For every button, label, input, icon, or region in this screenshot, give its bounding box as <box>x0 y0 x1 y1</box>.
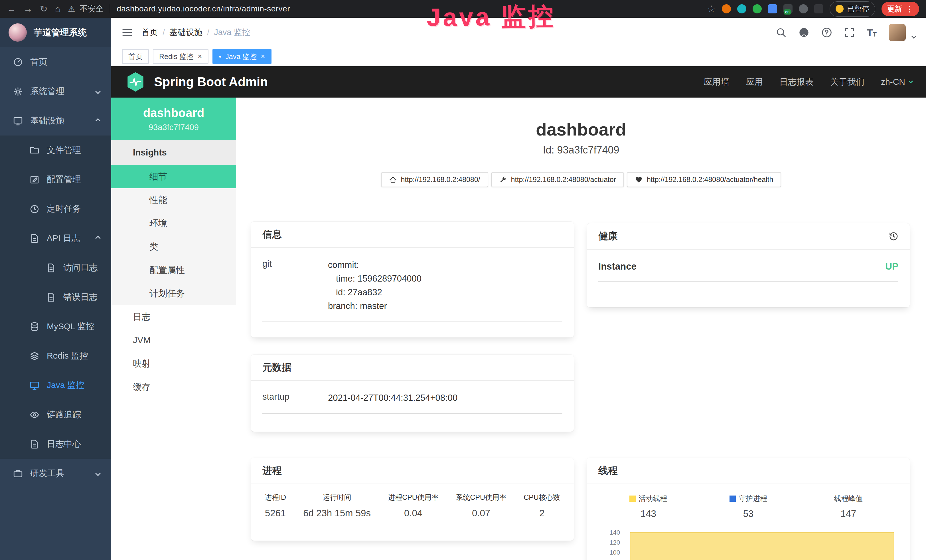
sba-item-environment[interactable]: 环境 <box>111 212 236 235</box>
close-icon[interactable]: × <box>198 52 202 61</box>
document-icon <box>30 439 39 449</box>
tab-home[interactable]: 首页 <box>122 49 149 64</box>
sidebar-item-mysql-monitor[interactable]: MySQL 监控 <box>0 312 111 341</box>
tab-java-monitor[interactable]: ● Java 监控 × <box>212 49 271 64</box>
reload-icon[interactable]: ↻ <box>40 4 48 14</box>
extension-icon[interactable] <box>799 4 808 14</box>
sba-item-config-props[interactable]: 配置属性 <box>111 259 236 282</box>
process-header: 运行时间 <box>303 493 371 502</box>
sba-nav-journal[interactable]: 日志报表 <box>779 76 814 88</box>
active-threads-area <box>630 532 894 560</box>
forward-icon[interactable]: → <box>23 4 33 14</box>
legend-value: 143 <box>598 509 698 519</box>
sba-instance-header[interactable]: dashboard 93a3fc7f7409 <box>111 98 236 140</box>
breadcrumb-home[interactable]: 首页 <box>141 27 158 38</box>
sidebar-item-error-log[interactable]: 错误日志 <box>0 282 111 312</box>
fullscreen-icon[interactable] <box>844 27 855 38</box>
extension-icon[interactable]: on <box>784 4 793 14</box>
update-button[interactable]: 更新 ⋮ <box>882 2 919 16</box>
sba-item-mappings[interactable]: 映射 <box>111 352 236 375</box>
metadata-key: startup <box>262 391 328 405</box>
legend-value: 53 <box>698 509 799 519</box>
service-url: http://192.168.0.2:48080/ <box>401 176 480 184</box>
extension-icon[interactable] <box>737 4 746 14</box>
avatar-caret-icon[interactable] <box>911 33 916 38</box>
breadcrumb-current: Java 监控 <box>214 27 250 38</box>
folder-icon <box>30 145 39 155</box>
extension-icon[interactable] <box>768 4 777 14</box>
sba-item-beans[interactable]: 类 <box>111 235 236 259</box>
card-title: 信息 <box>262 228 282 241</box>
sba-item-metrics[interactable]: 性能 <box>111 188 236 212</box>
bookmark-star-icon[interactable]: ☆ <box>707 4 716 14</box>
threads-card: 线程 活动线程 143 守护进程 53 线程峰值 147 140 120 <box>587 458 910 560</box>
github-icon[interactable] <box>799 27 809 38</box>
sidebar-item-log-center[interactable]: 日志中心 <box>0 429 111 459</box>
service-url-button[interactable]: http://192.168.0.2:48080/ <box>381 172 488 187</box>
sidebar-item-redis-monitor[interactable]: Redis 监控 <box>0 341 111 371</box>
sba-item-jvm[interactable]: JVM <box>111 328 236 352</box>
git-id-line: id: 27aa832 <box>328 286 422 299</box>
sidebar-item-file-management[interactable]: 文件管理 <box>0 136 111 165</box>
address-bar[interactable]: ⚠ 不安全 dashboard.yudao.iocoder.cn/infra/a… <box>68 3 290 14</box>
hamburger-icon[interactable] <box>121 27 133 38</box>
font-size-icon[interactable]: TT <box>867 27 877 38</box>
extension-icon[interactable] <box>753 4 762 14</box>
spring-boot-admin-logo-icon <box>125 71 146 92</box>
back-icon[interactable]: ← <box>7 4 16 14</box>
sidebar-item-java-monitor[interactable]: Java 监控 <box>0 371 111 400</box>
sidebar-item-home[interactable]: 首页 <box>0 47 111 77</box>
help-icon[interactable] <box>822 27 832 38</box>
sidebar-item-api-log[interactable]: API 日志 <box>0 224 111 253</box>
sidebar-item-scheduled-jobs[interactable]: 定时任务 <box>0 194 111 224</box>
health-key: Instance <box>598 261 637 272</box>
history-icon[interactable] <box>888 231 898 241</box>
browser-actions: ☆ on 已暂停 更新 ⋮ <box>707 2 919 17</box>
sba-nav-about[interactable]: 关于我们 <box>830 76 864 88</box>
process-col-cpus: CPU核心数 2 <box>524 493 560 519</box>
tab-label: Java 监控 <box>225 52 257 61</box>
actuator-url-button[interactable]: http://192.168.0.2:48080/actuator <box>491 172 624 187</box>
user-avatar[interactable] <box>889 24 906 41</box>
instance-id: 93a3fc7f7409 <box>148 123 199 132</box>
sidebar-item-tracing[interactable]: 链路追踪 <box>0 400 111 429</box>
sidebar-item-dev-tools[interactable]: 研发工具 <box>0 459 111 488</box>
tab-label: Redis 监控 <box>159 52 194 61</box>
process-col-process-cpu: 进程CPU使用率 0.04 <box>388 493 439 519</box>
chevron-down-icon <box>909 79 913 83</box>
tab-redis-monitor[interactable]: Redis 监控 × <box>153 49 209 64</box>
app-logo[interactable]: 芋道管理系统 <box>0 18 111 47</box>
sba-item-caches[interactable]: 缓存 <box>111 375 236 399</box>
paused-badge[interactable]: 已暂停 <box>830 2 875 17</box>
legend-daemon-threads: 守护进程 53 <box>698 494 799 519</box>
extension-icon[interactable] <box>814 4 823 14</box>
extension-icon[interactable] <box>722 4 731 14</box>
sba-item-scheduled-tasks[interactable]: 计划任务 <box>111 282 236 305</box>
heart-icon <box>635 176 643 184</box>
sidebar-item-label: Java 监控 <box>47 380 85 391</box>
sidebar-item-system[interactable]: 系统管理 <box>0 77 111 106</box>
layers-icon <box>30 351 39 361</box>
sidebar-item-config-management[interactable]: 配置管理 <box>0 165 111 194</box>
sba-nav-applications[interactable]: 应用 <box>746 76 763 88</box>
sba-item-details[interactable]: 细节 <box>111 165 236 188</box>
sidebar-item-label: 文件管理 <box>47 144 81 156</box>
edit-icon <box>30 175 39 185</box>
sba-nav-wallboard[interactable]: 应用墙 <box>704 76 729 88</box>
url-text[interactable]: dashboard.yudao.iocoder.cn/infra/admin-s… <box>117 4 290 14</box>
breadcrumb-infrastructure[interactable]: 基础设施 <box>169 27 203 38</box>
health-url-button[interactable]: http://192.168.0.2:48080/actuator/health <box>627 172 781 187</box>
clock-icon <box>30 204 39 214</box>
search-icon[interactable] <box>776 27 787 38</box>
sba-language-select[interactable]: zh-CN <box>881 77 912 87</box>
sba-item-loggers[interactable]: 日志 <box>111 305 236 328</box>
close-icon[interactable]: × <box>261 52 265 61</box>
sidebar-item-infrastructure[interactable]: 基础设施 <box>0 106 111 136</box>
sidebar-item-label: MySQL 监控 <box>47 321 94 332</box>
sba-header: Spring Boot Admin 应用墙 应用 日志报表 关于我们 zh-CN <box>111 66 926 98</box>
sidebar-item-access-log[interactable]: 访问日志 <box>0 253 111 282</box>
browser-menu-icon[interactable]: ⋮ <box>905 4 914 14</box>
home-icon[interactable]: ⌂ <box>55 4 61 14</box>
y-axis-tick: 140 <box>598 529 620 536</box>
dashboard-icon <box>13 58 23 67</box>
